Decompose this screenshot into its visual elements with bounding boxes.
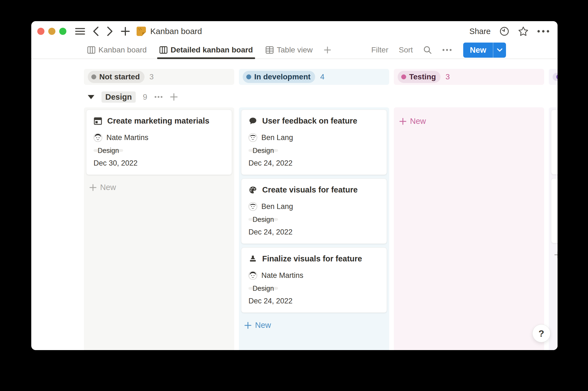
add-card-button[interactable]: New [241,316,387,334]
filter-button[interactable]: Filter [371,46,388,54]
card-date: Dec 24, 2022 [248,159,380,167]
share-button[interactable]: Share [470,27,491,36]
column-body: Design Dec 24, 2022 [549,107,558,350]
titlebar: Kanban board Share [31,21,558,41]
speech-bubble-icon [248,117,257,125]
history-clock-icon[interactable] [499,26,509,36]
tag-design: Design [248,149,278,152]
new-button-label[interactable]: New [463,43,493,58]
chevron-down-icon[interactable] [493,43,506,58]
column-header: Testing 3 [394,69,544,85]
minimize-window-button[interactable] [48,28,55,35]
add-card-button[interactable]: New [396,112,542,130]
forward-icon[interactable] [106,26,114,37]
card-partial[interactable]: Design Dec 24, 2022 [551,110,558,175]
add-card-button[interactable]: New [86,178,232,196]
search-icon[interactable] [423,46,432,54]
card-date: Dec 30, 2022 [94,159,225,167]
status-dot [556,74,558,79]
column-count: 4 [320,72,324,81]
card-title-text: User feedback on feature [262,116,357,125]
status-label: In development [254,72,310,81]
tab-detailed-kanban-board[interactable]: Detailed kanban board [159,41,253,58]
column-testing: Testing 3 New [394,69,544,350]
status-dot [401,74,406,79]
card-title-text: Finalize visuals for feature [262,254,362,263]
avatar [248,202,257,211]
tab-table-view[interactable]: Table view [265,41,313,58]
assignee-name: Ben Lang [261,133,293,142]
status-pill[interactable]: Not started [88,71,145,83]
sort-button[interactable]: Sort [399,46,413,54]
page-icon [136,26,146,37]
kanban-board: Design 9 Not started 3 [31,59,558,350]
column-not-started: Not started 3 Create marketing materials [84,69,234,350]
column-partial: Design Dec 24, 2022 [549,69,558,350]
status-pill[interactable]: Testing [398,71,440,83]
sidebar-menu-icon[interactable] [75,27,85,35]
column-in-development: In development 4 User feedback on featur… [239,69,389,350]
avatar [248,133,257,142]
add-card-label: New [255,321,271,330]
column-count: 3 [149,72,154,81]
status-label: Testing [409,72,436,81]
column-header [549,69,558,85]
more-options-icon[interactable] [537,30,549,33]
column-body: User feedback on feature Ben Lang Design… [239,107,389,350]
column-body: Create marketing materials Nate Martins … [84,107,234,350]
status-pill[interactable]: In development [243,71,315,83]
tag-design: Design [248,218,278,221]
stamp-icon [248,255,257,263]
palette-icon [248,186,257,194]
tab-label: Table view [277,46,313,54]
avatar [248,271,257,280]
new-button[interactable]: New [463,43,506,58]
card-title-text: Create visuals for feature [262,185,358,194]
card-create-visuals-for-feature[interactable]: Create visuals for feature Ben Lang Desi… [241,178,387,244]
card-user-feedback-on-feature[interactable]: User feedback on feature Ben Lang Design… [241,110,387,175]
card-partial[interactable]: Design Dec 24, 2022 [551,178,558,243]
tab-label: Detailed kanban board [171,46,253,54]
view-options-icon[interactable] [442,49,452,51]
column-count: 3 [445,72,450,81]
traffic-lights [37,28,66,35]
card-create-marketing-materials[interactable]: Create marketing materials Nate Martins … [86,110,232,175]
column-header: Not started 3 [84,69,234,85]
tag-design: Design [248,287,278,290]
card-finalize-visuals-for-feature[interactable]: Finalize visuals for feature Nate Martin… [241,247,387,313]
add-view-icon[interactable] [324,41,331,58]
column-body: New [394,107,544,350]
favorite-star-icon[interactable] [518,26,528,36]
avatar [94,133,102,142]
tab-kanban-board[interactable]: Kanban board [87,41,147,58]
status-label: Not started [99,72,140,81]
card-title-text: Create marketing materials [107,116,209,125]
add-card-label: New [410,117,426,126]
assignee-name: Ben Lang [261,202,293,211]
help-button[interactable]: ? [532,324,550,342]
assignee-name: Nate Martins [261,271,303,280]
add-card-label: New [100,183,116,192]
app-window: Kanban board Share Kanban board Detailed… [31,21,558,350]
close-window-button[interactable] [37,28,44,35]
assignee-name: Nate Martins [106,133,148,142]
card-date: Dec 24, 2022 [248,297,380,305]
new-page-icon[interactable] [121,27,130,36]
frame-icon [94,117,102,125]
tab-label: Kanban board [98,46,147,54]
column-header: In development 4 [239,69,389,85]
status-dot [246,74,251,79]
status-pill[interactable] [553,73,558,81]
status-dot [91,74,96,79]
page-title: Kanban board [150,27,202,36]
view-tabs-bar: Kanban board Detailed kanban board Table… [31,41,558,59]
tag-design: Design [94,149,123,152]
add-card-button[interactable] [551,247,558,263]
card-date: Dec 24, 2022 [248,228,380,236]
back-icon[interactable] [92,26,99,37]
zoom-window-button[interactable] [59,28,66,35]
